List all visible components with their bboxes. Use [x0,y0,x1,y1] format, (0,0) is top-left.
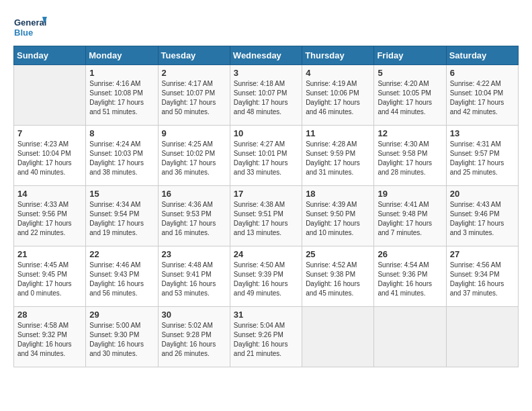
day-number: 24 [234,249,298,259]
day-info: Sunrise: 4:33 AM Sunset: 9:56 PM Dayligh… [17,200,82,238]
calendar-cell: 14Sunrise: 4:33 AM Sunset: 9:56 PM Dayli… [14,186,86,246]
header-saturday: Saturday [446,46,518,65]
calendar-cell [446,307,518,367]
day-number: 21 [17,249,82,259]
week-row-2: 7Sunrise: 4:23 AM Sunset: 10:04 PM Dayli… [14,126,519,186]
day-info: Sunrise: 4:52 AM Sunset: 9:38 PM Dayligh… [306,261,370,298]
day-number: 28 [17,310,82,320]
day-number: 19 [378,189,442,199]
day-number: 10 [234,128,298,138]
day-number: 22 [89,249,154,259]
calendar-cell: 3Sunrise: 4:18 AM Sunset: 10:07 PM Dayli… [230,65,302,126]
header-sunday: Sunday [14,46,86,65]
day-number: 13 [450,128,515,138]
calendar-cell: 26Sunrise: 4:54 AM Sunset: 9:36 PM Dayli… [374,246,446,307]
day-number: 27 [450,249,515,259]
day-info: Sunrise: 4:17 AM Sunset: 10:07 PM Daylig… [162,79,226,117]
day-number: 7 [17,128,82,138]
day-number: 23 [162,249,226,259]
week-row-4: 21Sunrise: 4:45 AM Sunset: 9:45 PM Dayli… [14,246,519,307]
calendar-cell: 25Sunrise: 4:52 AM Sunset: 9:38 PM Dayli… [302,246,374,307]
svg-text:Blue: Blue [14,28,33,38]
day-info: Sunrise: 4:50 AM Sunset: 9:39 PM Dayligh… [234,261,298,298]
day-info: Sunrise: 4:31 AM Sunset: 9:57 PM Dayligh… [450,140,515,177]
calendar-cell: 18Sunrise: 4:39 AM Sunset: 9:50 PM Dayli… [302,186,374,246]
calendar-cell: 5Sunrise: 4:20 AM Sunset: 10:05 PM Dayli… [374,65,446,126]
calendar-cell: 8Sunrise: 4:24 AM Sunset: 10:03 PM Dayli… [86,126,158,186]
calendar-cell: 23Sunrise: 4:48 AM Sunset: 9:41 PM Dayli… [158,246,230,307]
calendar-cell: 7Sunrise: 4:23 AM Sunset: 10:04 PM Dayli… [14,126,86,186]
header-row: SundayMondayTuesdayWednesdayThursdayFrid… [14,46,519,65]
day-info: Sunrise: 5:04 AM Sunset: 9:26 PM Dayligh… [234,321,298,359]
day-number: 6 [450,68,515,78]
day-info: Sunrise: 4:46 AM Sunset: 9:43 PM Dayligh… [89,261,154,298]
day-info: Sunrise: 4:43 AM Sunset: 9:46 PM Dayligh… [450,200,515,238]
day-info: Sunrise: 4:20 AM Sunset: 10:05 PM Daylig… [378,79,442,117]
week-row-3: 14Sunrise: 4:33 AM Sunset: 9:56 PM Dayli… [14,186,519,246]
day-number: 12 [378,128,442,138]
day-info: Sunrise: 4:23 AM Sunset: 10:04 PM Daylig… [17,140,82,177]
week-row-1: 1Sunrise: 4:16 AM Sunset: 10:08 PM Dayli… [14,65,519,126]
calendar-cell: 11Sunrise: 4:28 AM Sunset: 9:59 PM Dayli… [302,126,374,186]
calendar-cell: 6Sunrise: 4:22 AM Sunset: 10:04 PM Dayli… [446,65,518,126]
header-wednesday: Wednesday [230,46,302,65]
day-number: 4 [306,68,370,78]
day-number: 25 [306,249,370,259]
day-number: 30 [162,310,226,320]
day-info: Sunrise: 4:56 AM Sunset: 9:34 PM Dayligh… [450,261,515,298]
day-info: Sunrise: 4:22 AM Sunset: 10:04 PM Daylig… [450,79,515,117]
day-info: Sunrise: 4:48 AM Sunset: 9:41 PM Dayligh… [162,261,226,298]
day-info: Sunrise: 4:18 AM Sunset: 10:07 PM Daylig… [234,79,298,117]
calendar-cell: 15Sunrise: 4:34 AM Sunset: 9:54 PM Dayli… [86,186,158,246]
svg-text:General: General [14,17,46,28]
day-info: Sunrise: 4:16 AM Sunset: 10:08 PM Daylig… [89,79,154,117]
day-info: Sunrise: 4:28 AM Sunset: 9:59 PM Dayligh… [306,140,370,177]
day-info: Sunrise: 4:45 AM Sunset: 9:45 PM Dayligh… [17,261,82,298]
calendar-header: SundayMondayTuesdayWednesdayThursdayFrid… [14,46,519,65]
day-info: Sunrise: 4:38 AM Sunset: 9:51 PM Dayligh… [234,200,298,238]
calendar-cell: 4Sunrise: 4:19 AM Sunset: 10:06 PM Dayli… [302,65,374,126]
calendar-cell: 13Sunrise: 4:31 AM Sunset: 9:57 PM Dayli… [446,126,518,186]
day-number: 17 [234,189,298,199]
day-info: Sunrise: 4:39 AM Sunset: 9:50 PM Dayligh… [306,200,370,238]
day-number: 3 [234,68,298,78]
calendar-cell: 28Sunrise: 4:58 AM Sunset: 9:32 PM Dayli… [14,307,86,367]
calendar-cell: 9Sunrise: 4:25 AM Sunset: 10:02 PM Dayli… [158,126,230,186]
calendar-cell: 29Sunrise: 5:00 AM Sunset: 9:30 PM Dayli… [86,307,158,367]
calendar-cell: 10Sunrise: 4:27 AM Sunset: 10:01 PM Dayl… [230,126,302,186]
calendar-cell: 21Sunrise: 4:45 AM Sunset: 9:45 PM Dayli… [14,246,86,307]
day-info: Sunrise: 4:41 AM Sunset: 9:48 PM Dayligh… [378,200,442,238]
day-number: 26 [378,249,442,259]
calendar-cell: 24Sunrise: 4:50 AM Sunset: 9:39 PM Dayli… [230,246,302,307]
calendar-cell: 17Sunrise: 4:38 AM Sunset: 9:51 PM Dayli… [230,186,302,246]
day-number: 29 [89,310,154,320]
week-row-5: 28Sunrise: 4:58 AM Sunset: 9:32 PM Dayli… [14,307,519,367]
day-info: Sunrise: 5:02 AM Sunset: 9:28 PM Dayligh… [162,321,226,359]
day-number: 8 [89,128,154,138]
page-header: General Blue [13,13,519,40]
calendar-cell: 27Sunrise: 4:56 AM Sunset: 9:34 PM Dayli… [446,246,518,307]
day-number: 15 [89,189,154,199]
day-info: Sunrise: 4:19 AM Sunset: 10:06 PM Daylig… [306,79,370,117]
logo-svg: General Blue [13,13,47,40]
day-info: Sunrise: 4:30 AM Sunset: 9:58 PM Dayligh… [378,140,442,177]
day-number: 16 [162,189,226,199]
day-info: Sunrise: 4:24 AM Sunset: 10:03 PM Daylig… [89,140,154,177]
day-info: Sunrise: 5:00 AM Sunset: 9:30 PM Dayligh… [89,321,154,359]
day-number: 11 [306,128,370,138]
day-info: Sunrise: 4:58 AM Sunset: 9:32 PM Dayligh… [17,321,82,359]
day-number: 5 [378,68,442,78]
day-number: 20 [450,189,515,199]
calendar-cell: 12Sunrise: 4:30 AM Sunset: 9:58 PM Dayli… [374,126,446,186]
day-number: 31 [234,310,298,320]
day-number: 18 [306,189,370,199]
day-info: Sunrise: 4:54 AM Sunset: 9:36 PM Dayligh… [378,261,442,298]
day-number: 14 [17,189,82,199]
calendar-cell: 31Sunrise: 5:04 AM Sunset: 9:26 PM Dayli… [230,307,302,367]
calendar-cell: 20Sunrise: 4:43 AM Sunset: 9:46 PM Dayli… [446,186,518,246]
day-info: Sunrise: 4:36 AM Sunset: 9:53 PM Dayligh… [162,200,226,238]
calendar-table: SundayMondayTuesdayWednesdayThursdayFrid… [13,46,519,367]
calendar-cell: 2Sunrise: 4:17 AM Sunset: 10:07 PM Dayli… [158,65,230,126]
calendar-body: 1Sunrise: 4:16 AM Sunset: 10:08 PM Dayli… [14,65,519,367]
day-number: 9 [162,128,226,138]
